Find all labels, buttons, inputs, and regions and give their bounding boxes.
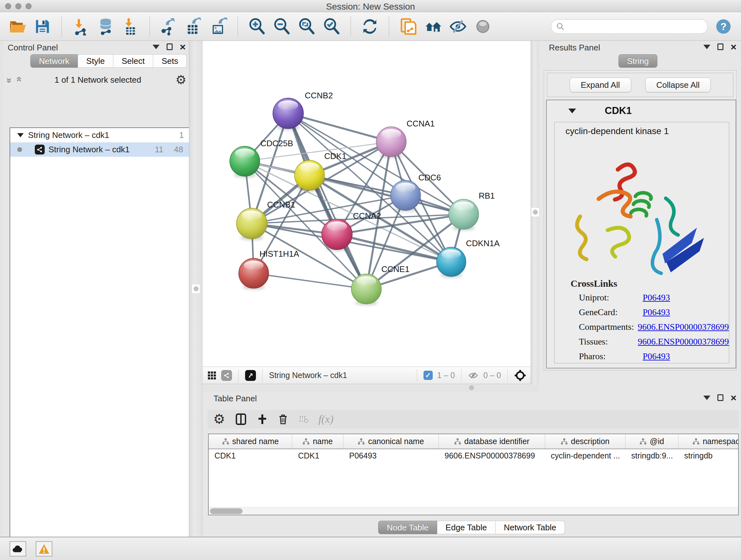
results-panel-menu-icon[interactable] [703, 45, 711, 49]
home-button[interactable] [424, 17, 442, 36]
import-table-button[interactable] [121, 17, 140, 36]
search-input[interactable] [568, 22, 702, 31]
table-cell[interactable]: 9606.ENSP00000378699 [439, 451, 545, 460]
network-node[interactable] [239, 258, 269, 290]
table-row[interactable]: CDK1CDK1P064939606.ENSP00000378699cyclin… [209, 449, 738, 462]
expand-all-networks-icon[interactable]: » [13, 78, 23, 82]
selected-checkbox-icon[interactable]: ✓ [423, 371, 433, 380]
table-options-gear-icon[interactable]: ⚙ [213, 413, 225, 426]
show-columns-icon[interactable] [235, 413, 247, 426]
gene-collapse-icon[interactable] [568, 109, 576, 113]
table-cell[interactable]: P06493 [343, 451, 439, 460]
scrollbar-thumb[interactable] [210, 508, 243, 514]
table-panel-close-icon[interactable]: × [731, 395, 737, 401]
column-header[interactable]: shared name [209, 434, 292, 449]
network-node[interactable] [237, 208, 267, 240]
network-node[interactable] [376, 127, 406, 158]
left-splitter[interactable] [189, 41, 203, 537]
export-image-button[interactable] [209, 17, 228, 36]
save-session-button[interactable] [33, 17, 52, 36]
window-title: Session: New Session [0, 2, 741, 12]
zoom-fit-button[interactable] [297, 17, 316, 36]
crosslink-link[interactable]: P06493 [643, 351, 670, 361]
delete-column-trash-icon[interactable] [278, 413, 288, 425]
table-cell[interactable]: stringdb:9... [625, 451, 678, 460]
zoom-selected-button[interactable] [322, 17, 341, 36]
export-table-button[interactable] [185, 17, 203, 36]
network-collection-row[interactable]: String Network – cdk1 1 [10, 128, 192, 142]
collapse-all-button[interactable]: Collapse All [645, 78, 711, 92]
cloud-status-button[interactable] [10, 541, 26, 557]
crosslink-link[interactable]: 9606.ENSP00000378699 [638, 336, 729, 347]
tab-sets[interactable]: Sets [153, 54, 187, 68]
column-header[interactable]: canonical name [343, 434, 439, 449]
tab-node-table[interactable]: Node Table [378, 521, 437, 534]
warnings-button[interactable] [36, 541, 52, 557]
table-cell[interactable]: CDK1 [292, 451, 343, 460]
collection-expand-icon[interactable] [17, 133, 23, 137]
open-session-button[interactable] [8, 17, 27, 36]
column-header[interactable]: @id [625, 434, 678, 449]
help-button[interactable]: ? [714, 17, 733, 36]
table-panel-float-icon[interactable] [718, 394, 724, 401]
column-header[interactable]: database identifier [439, 434, 545, 449]
network-node[interactable] [351, 274, 381, 305]
import-network-button[interactable] [71, 17, 90, 36]
zoom-in-button[interactable] [248, 17, 266, 36]
network-options-gear-icon[interactable]: ⚙ [176, 74, 186, 86]
grid-view-icon[interactable] [207, 371, 217, 380]
network-row-selected[interactable]: String Network – cdk1 11 48 [10, 142, 192, 157]
zoom-out-button[interactable] [273, 17, 291, 36]
crosslink-link[interactable]: 9606.ENSP00000378699 [638, 322, 729, 332]
network-node[interactable] [294, 160, 325, 192]
hidden-eye-slash-icon[interactable] [468, 371, 479, 380]
tab-string[interactable]: String [618, 54, 657, 68]
table-cell[interactable]: CDK1 [209, 451, 292, 460]
network-style-icon[interactable] [221, 370, 232, 381]
node-table[interactable]: shared namenamecanonical namedatabase id… [208, 434, 739, 515]
column-tree-icon [302, 438, 310, 445]
results-buttons-box: Expand All Collapse All [547, 73, 733, 97]
export-network-button[interactable] [159, 17, 178, 36]
tab-select[interactable]: Select [113, 54, 153, 68]
gene-symbol: CDK1 [605, 105, 631, 117]
column-header[interactable]: description [545, 434, 625, 449]
add-column-icon[interactable] [257, 414, 268, 425]
hide-panel-button[interactable] [449, 17, 467, 36]
right-splitter[interactable] [531, 41, 539, 384]
table-cell[interactable]: stringdb [678, 451, 739, 460]
column-header[interactable]: namespace [678, 434, 739, 449]
tab-edge-table[interactable]: Edge Table [437, 521, 495, 534]
crosslink-link[interactable]: P06493 [643, 307, 670, 317]
control-panel-close-icon[interactable]: × [180, 44, 186, 50]
table-cell[interactable]: cyclin-dependent ... [545, 451, 625, 460]
network-edge[interactable] [254, 273, 366, 289]
network-node[interactable] [436, 247, 466, 278]
control-panel-float-icon[interactable] [166, 44, 173, 50]
birds-eye-view-icon[interactable] [245, 370, 256, 381]
cloud-icon [12, 544, 23, 553]
fit-content-crosshair-icon[interactable] [514, 369, 526, 381]
network-snapshot-button[interactable] [399, 17, 417, 36]
network-edge[interactable] [337, 234, 451, 262]
tab-network[interactable]: Network [30, 54, 78, 68]
column-header[interactable]: name [292, 434, 343, 449]
table-panel-menu-icon[interactable] [703, 395, 711, 400]
control-panel-menu-icon[interactable] [152, 45, 159, 49]
tab-style[interactable]: Style [78, 54, 113, 68]
import-network-from-database-button[interactable] [96, 17, 115, 36]
refresh-layout-button[interactable] [360, 17, 379, 36]
results-panel-close-icon[interactable]: × [731, 44, 737, 50]
bottom-splitter-handle[interactable] [469, 385, 474, 390]
right-splitter-handle[interactable] [531, 208, 539, 216]
expand-all-button[interactable]: Expand All [569, 78, 631, 92]
network-node[interactable] [391, 180, 421, 212]
network-canvas[interactable]: CCNB2CCNA1CDC25BCDK1CDC6RB1CCNB1CCNA2CDK… [203, 41, 531, 367]
table-horizontal-scrollbar[interactable] [209, 507, 738, 515]
network-node[interactable] [449, 199, 479, 231]
tab-network-table[interactable]: Network Table [495, 521, 565, 534]
crosslink-link[interactable]: P06493 [643, 293, 670, 303]
left-splitter-handle[interactable] [192, 285, 200, 293]
sphere-toggle-button[interactable] [474, 17, 492, 36]
results-panel-float-icon[interactable] [718, 44, 724, 50]
